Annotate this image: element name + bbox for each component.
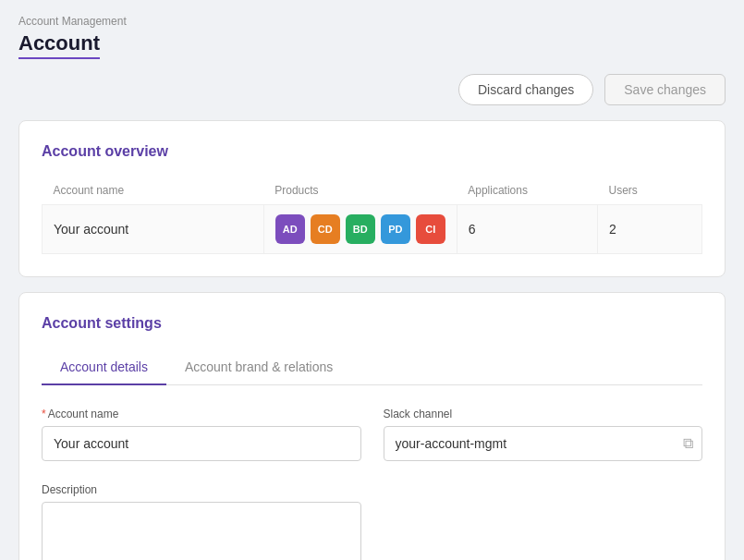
discard-changes-button[interactable]: Discard changes xyxy=(458,74,593,105)
description-label: Description xyxy=(42,483,361,496)
table-row: Your account AD CD BD PD CI 6 2 xyxy=(43,205,702,254)
account-overview-table: Account name Products Applications Users… xyxy=(42,178,702,254)
account-overview-card: Account overview Account name Products A… xyxy=(18,120,726,277)
save-changes-button[interactable]: Save changes xyxy=(604,74,726,105)
top-actions-bar: Discard changes Save changes xyxy=(18,74,726,105)
col-header-users: Users xyxy=(598,178,702,205)
account-name-label: *Account name xyxy=(42,408,361,420)
settings-form: *Account name Slack channel ⧉ Descriptio… xyxy=(42,408,702,560)
slack-channel-input[interactable] xyxy=(384,426,703,461)
settings-section-title: Account settings xyxy=(42,315,702,332)
copy-icon[interactable]: ⧉ xyxy=(683,435,693,452)
users-cell: 2 xyxy=(598,205,702,254)
badge-ad: AD xyxy=(275,214,305,244)
col-header-products: Products xyxy=(263,178,457,205)
badge-pd: PD xyxy=(381,214,410,244)
account-settings-card: Account settings Account details Account… xyxy=(18,292,726,560)
products-cell: AD CD BD PD CI xyxy=(263,205,457,254)
account-name-group: *Account name xyxy=(42,408,361,461)
products-badges: AD CD BD PD CI xyxy=(275,214,445,244)
badge-cd: CD xyxy=(311,214,340,244)
applications-cell: 6 xyxy=(457,205,597,254)
required-star: * xyxy=(42,408,46,420)
slack-input-wrapper: ⧉ xyxy=(384,426,703,461)
description-group: Description Provide a description that w… xyxy=(42,483,361,560)
breadcrumb: Account Management xyxy=(18,15,726,28)
badge-ci: CI xyxy=(416,214,445,244)
account-name-cell: Your account xyxy=(43,205,264,254)
slack-channel-label: Slack channel xyxy=(384,408,703,420)
tab-account-brand-relations[interactable]: Account brand & relations xyxy=(166,350,351,385)
description-textarea[interactable] xyxy=(42,502,361,560)
badge-bd: BD xyxy=(346,214,375,244)
account-name-input[interactable] xyxy=(42,426,361,461)
col-header-account-name: Account name xyxy=(43,178,264,205)
tab-account-details[interactable]: Account details xyxy=(42,350,166,385)
slack-channel-group: Slack channel ⧉ xyxy=(384,408,703,461)
page-title: Account xyxy=(18,31,100,59)
settings-tab-bar: Account details Account brand & relation… xyxy=(42,350,702,385)
overview-section-title: Account overview xyxy=(42,143,702,160)
col-header-applications: Applications xyxy=(457,178,597,205)
